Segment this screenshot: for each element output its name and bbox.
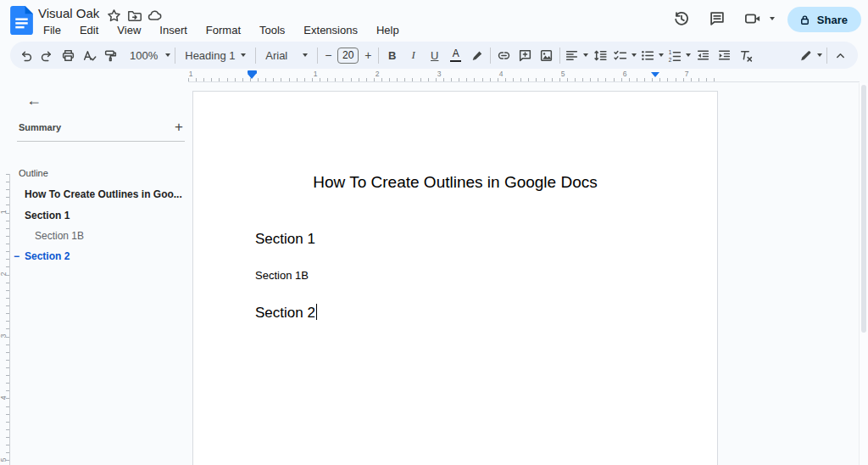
- remove-from-outline-button[interactable]: −: [14, 250, 19, 262]
- insert-image-icon[interactable]: [536, 44, 557, 66]
- insert-link-icon[interactable]: [493, 44, 515, 66]
- bulleted-list-icon[interactable]: [638, 44, 665, 66]
- summary-outline-panel: ← Summary + Outline How To Create Outlin…: [10, 83, 188, 465]
- font-value: Arial: [265, 49, 287, 62]
- ruler-number: 5: [0, 458, 8, 462]
- chevron-down-icon: [632, 53, 637, 57]
- ruler-number: 2: [376, 70, 380, 78]
- svg-text:1: 1: [669, 48, 672, 54]
- scrollbar-thumb[interactable]: [861, 85, 866, 333]
- ruler-number: 6: [623, 70, 627, 78]
- decrease-font-size-button[interactable]: −: [320, 44, 336, 66]
- increase-indent-icon[interactable]: [714, 44, 735, 66]
- menu-help[interactable]: Help: [370, 22, 406, 38]
- divider: [559, 48, 560, 64]
- chevron-down-icon: [241, 53, 246, 57]
- doc-title-heading: How To Create Outlines in Google Docs: [193, 173, 717, 192]
- toolbar: 100% Heading 1 Arial − 20 + B I U A 12: [10, 42, 858, 69]
- ruler-number: 1: [189, 70, 193, 78]
- menu-file[interactable]: File: [36, 22, 68, 38]
- text-color-button[interactable]: A: [445, 44, 466, 66]
- italic-button[interactable]: I: [403, 44, 424, 66]
- divider: [490, 48, 491, 64]
- titlebar-actions: [670, 7, 775, 31]
- menu-insert[interactable]: Insert: [153, 22, 194, 38]
- paint-format-icon[interactable]: [100, 44, 121, 66]
- menu-edit[interactable]: Edit: [73, 22, 105, 38]
- doc-subsection-heading: Section 1B: [255, 269, 309, 282]
- chevron-down-icon: [165, 53, 170, 57]
- chevron-down-icon: [686, 53, 691, 57]
- outline-item[interactable]: Section 1B: [35, 230, 84, 242]
- text-color-bar: [450, 60, 461, 63]
- editing-mode-icon[interactable]: [797, 44, 824, 66]
- print-icon[interactable]: [58, 44, 79, 66]
- ruler-number: 4: [0, 396, 8, 401]
- move-folder-icon[interactable]: [126, 8, 142, 23]
- share-label: Share: [817, 14, 848, 26]
- text-cursor: [316, 304, 318, 320]
- divider: [378, 48, 379, 64]
- align-left-icon[interactable]: [563, 44, 590, 66]
- panel-divider: [17, 141, 185, 142]
- ruler-number: 3: [437, 70, 442, 78]
- divider: [255, 48, 256, 64]
- ruler-number: 3: [0, 334, 8, 339]
- chevron-down-icon: [303, 53, 308, 57]
- horizontal-ruler[interactable]: 1 1 2 3 4 5 6 7: [188, 70, 718, 81]
- redo-icon[interactable]: [36, 44, 58, 66]
- menubar: File Edit View Insert Format Tools Exten…: [36, 22, 406, 38]
- outline-item[interactable]: Section 1: [25, 210, 70, 221]
- clear-formatting-icon[interactable]: [735, 44, 756, 66]
- version-history-icon[interactable]: [670, 7, 693, 31]
- add-comment-icon[interactable]: [515, 44, 536, 66]
- divider: [317, 48, 318, 64]
- first-line-indent-marker[interactable]: [248, 70, 257, 74]
- doc-section-heading: Section 1: [255, 231, 315, 248]
- spellcheck-icon[interactable]: [79, 44, 100, 66]
- cloud-saved-icon[interactable]: [147, 8, 162, 23]
- menu-tools[interactable]: Tools: [253, 22, 292, 38]
- text-color-label: A: [453, 48, 459, 59]
- decrease-indent-icon[interactable]: [693, 44, 714, 66]
- numbered-list-icon[interactable]: 12: [665, 44, 693, 66]
- menu-format[interactable]: Format: [199, 22, 248, 38]
- star-icon[interactable]: [106, 8, 121, 23]
- outline-item[interactable]: How To Create Outlines in Goo...: [25, 188, 182, 200]
- add-summary-button[interactable]: +: [173, 119, 185, 136]
- undo-icon[interactable]: [15, 44, 36, 66]
- increase-font-size-button[interactable]: +: [360, 44, 376, 66]
- ruler-number: 4: [499, 70, 504, 78]
- google-docs-logo[interactable]: [10, 6, 33, 38]
- document-page[interactable]: How To Create Outlines in Google Docs Se…: [192, 91, 718, 465]
- underline-button[interactable]: U: [424, 44, 445, 66]
- font-size-input[interactable]: 20: [337, 48, 359, 64]
- meet-dropdown-icon[interactable]: [770, 17, 775, 20]
- chevron-down-icon: [817, 53, 822, 57]
- checklist-icon[interactable]: [611, 44, 638, 66]
- vertical-ruler[interactable]: 1 2 3 4 5: [0, 174, 10, 465]
- divider: [175, 48, 175, 64]
- left-indent-marker[interactable]: [248, 74, 256, 79]
- close-panel-button[interactable]: ←: [24, 90, 44, 110]
- styles-select[interactable]: Heading 1: [178, 44, 253, 66]
- ruler-bottom-border: [188, 81, 860, 82]
- meet-video-icon[interactable]: [741, 7, 765, 31]
- menu-extensions[interactable]: Extensions: [297, 22, 364, 38]
- share-button[interactable]: Share: [787, 7, 861, 32]
- outline-item-active[interactable]: Section 2: [25, 250, 70, 262]
- hide-menus-icon[interactable]: [830, 44, 851, 66]
- document-title[interactable]: Visual Oak: [38, 6, 99, 20]
- highlight-icon[interactable]: [466, 44, 487, 66]
- summary-heading: Summary: [19, 122, 61, 132]
- comments-icon[interactable]: [705, 7, 729, 31]
- line-spacing-icon[interactable]: [590, 44, 611, 66]
- ruler-number: 1: [314, 70, 318, 78]
- svg-text:2: 2: [669, 56, 672, 62]
- zoom-select[interactable]: 100%: [125, 44, 172, 66]
- bold-button[interactable]: B: [381, 44, 403, 66]
- ruler-number: 5: [561, 70, 565, 78]
- font-select[interactable]: Arial: [259, 44, 314, 66]
- menu-view[interactable]: View: [110, 22, 147, 38]
- right-indent-marker[interactable]: [651, 72, 659, 77]
